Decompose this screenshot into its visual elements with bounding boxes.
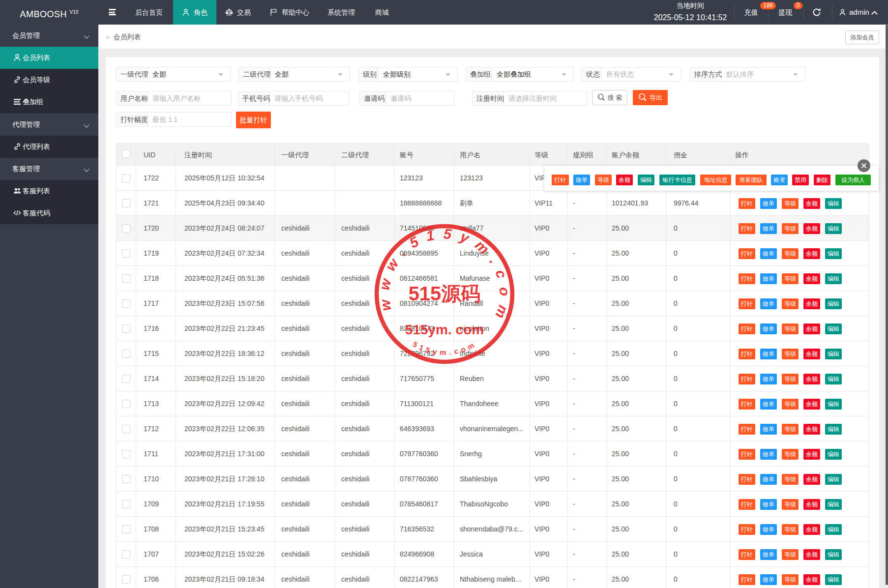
svg-text:515ym. com: 515ym. com: [405, 322, 484, 337]
svg-text:515ym.com: 515ym.com: [412, 339, 478, 356]
svg-text:www.515ym.com: www.515ym.com: [376, 226, 513, 328]
svg-text:515源码: 515源码: [409, 283, 481, 304]
